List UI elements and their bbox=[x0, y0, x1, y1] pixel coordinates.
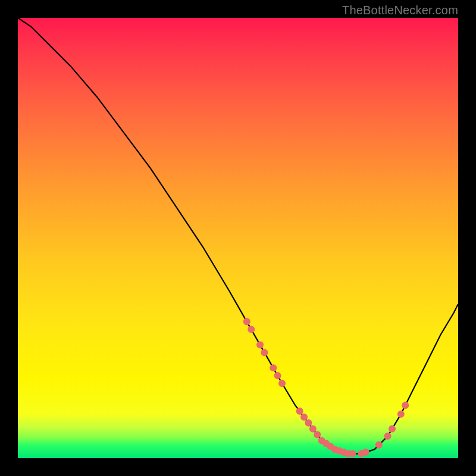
highlight-dot bbox=[270, 364, 277, 371]
highlight-dot bbox=[402, 402, 409, 409]
highlight-dot bbox=[309, 425, 317, 433]
curve-svg bbox=[18, 18, 458, 458]
plot-area bbox=[18, 18, 458, 458]
chart-frame: TheBottleNecker.com bbox=[0, 0, 476, 476]
highlight-dot bbox=[314, 431, 321, 439]
highlight-dot bbox=[300, 414, 308, 421]
highlight-dot bbox=[248, 326, 255, 333]
highlight-dot bbox=[305, 419, 312, 427]
bottleneck-curve bbox=[18, 18, 458, 454]
highlight-dot bbox=[243, 318, 250, 325]
highlight-dot bbox=[261, 349, 268, 356]
highlight-dot bbox=[349, 450, 356, 458]
highlight-dot bbox=[397, 411, 405, 418]
highlight-dot bbox=[274, 372, 281, 379]
highlight-dot bbox=[384, 433, 392, 440]
highlight-dot bbox=[296, 408, 303, 415]
highlight-dot bbox=[256, 342, 264, 349]
highlight-dots bbox=[243, 318, 409, 458]
highlight-dot bbox=[375, 441, 383, 449]
watermark-label: TheBottleNecker.com bbox=[342, 4, 458, 17]
highlight-dot bbox=[362, 449, 369, 456]
highlight-dot bbox=[389, 425, 396, 433]
highlight-dot bbox=[278, 380, 286, 387]
